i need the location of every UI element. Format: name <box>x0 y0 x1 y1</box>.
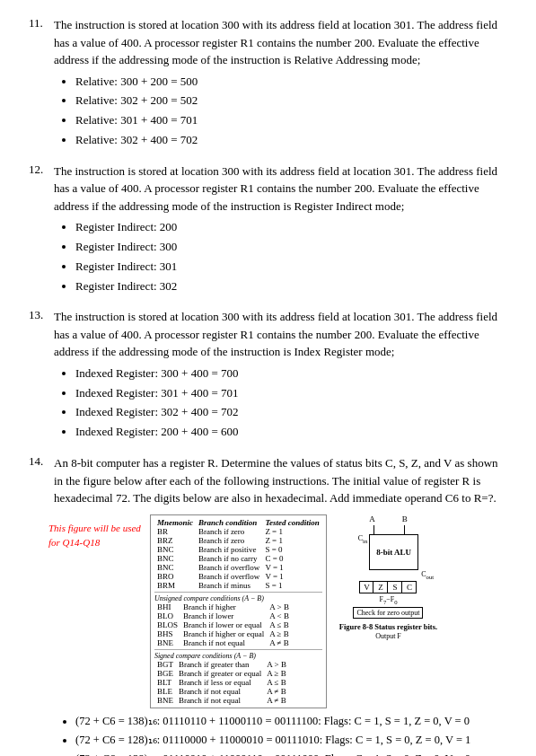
q12-bullets: Register Indirect: 200 Register Indirect… <box>75 218 507 295</box>
q12-number: 12. <box>29 163 48 215</box>
figure-label: This figure will be usedfor Q14-Q18 <box>48 522 141 550</box>
check-zero-box: Check for zero output <box>353 607 423 619</box>
q11-bullets: Relative: 300 + 200 = 500 Relative: 302 … <box>75 73 507 150</box>
q11-text: The instruction is stored at location 30… <box>54 16 507 69</box>
list-item: Register Indirect: 302 <box>75 277 507 296</box>
list-item: Indexed Register: 300 + 400 = 700 <box>75 365 507 383</box>
q13-number: 13. <box>29 308 48 361</box>
unsigned-table: BHIBranch if higherA > B BLOBranch if lo… <box>154 602 292 647</box>
input-b-label: B <box>402 514 408 523</box>
list-item: Relative: 301 + 400 = 701 <box>75 111 507 130</box>
list-item: Relative: 302 + 200 = 502 <box>75 92 507 110</box>
signed-table: BGTBranch if greater thanA > B BGEBranch… <box>154 660 289 705</box>
v-reg: V <box>359 581 373 593</box>
branch-table: Mnemonic Branch condition Tested conditi… <box>154 518 322 590</box>
output-label: Output F <box>375 632 401 640</box>
figure-section: This figure will be usedfor Q14-Q18 Mnem… <box>48 514 507 708</box>
z-reg: Z <box>373 581 388 593</box>
list-item: Indexed Register: 200 + 400 = 600 <box>75 423 507 442</box>
list-item: Register Indirect: 301 <box>75 258 507 277</box>
c-reg: C <box>402 581 417 593</box>
question-11: 11. The instruction is stored at locatio… <box>29 16 507 150</box>
question-12: 12. The instruction is stored at locatio… <box>29 163 507 296</box>
fn-label: F7−F0 <box>379 595 397 605</box>
list-item: Register Indirect: 200 <box>75 218 507 237</box>
list-item: (72 + C6 = 138)₁₆: 01110110 + 11000110 =… <box>75 712 507 731</box>
q13-bullets: Indexed Register: 300 + 400 = 700 Indexe… <box>75 365 507 442</box>
cout-label: Cout <box>421 570 434 580</box>
alu-diagram: A B Cin 8-bit ALU Cout V Z S <box>339 514 437 640</box>
list-item: (72 + C6 = 138)₁₆: 01110010 + 11000110 =… <box>75 750 507 756</box>
list-item: Relative: 302 + 400 = 702 <box>75 131 507 150</box>
question-13: 13. The instruction is stored at locatio… <box>29 308 507 442</box>
list-item: Register Indirect: 300 <box>75 238 507 257</box>
input-a-label: A <box>369 514 375 523</box>
figure-caption: Figure 8-8 Status register bits. <box>339 622 437 631</box>
list-item: Indexed Register: 301 + 400 = 701 <box>75 384 507 403</box>
q14-number: 14. <box>29 454 48 507</box>
q12-text: The instruction is stored at location 30… <box>54 163 507 215</box>
q14-answers: (72 + C6 = 138)₁₆: 01110110 + 11000110 =… <box>75 712 507 756</box>
list-item: (72 + C6 = 128)₁₆: 01110000 + 11000010 =… <box>75 731 507 750</box>
s-reg: S <box>388 581 402 593</box>
list-item: Indexed Register: 302 + 400 = 702 <box>75 403 507 422</box>
status-reg: V Z S C <box>359 581 417 593</box>
q14-text: An 8-bit computer has a register R. Dete… <box>54 454 507 507</box>
cin-label: Cin <box>358 534 368 544</box>
branch-table-container: Mnemonic Branch condition Tested conditi… <box>150 514 327 708</box>
alu-box: 8-bit ALU <box>369 534 418 570</box>
q13-text: The instruction is stored at location 30… <box>54 308 507 361</box>
q11-number: 11. <box>29 16 48 69</box>
list-item: Relative: 300 + 200 = 500 <box>75 73 507 92</box>
question-14: 14. An 8-bit computer has a register R. … <box>29 454 507 756</box>
